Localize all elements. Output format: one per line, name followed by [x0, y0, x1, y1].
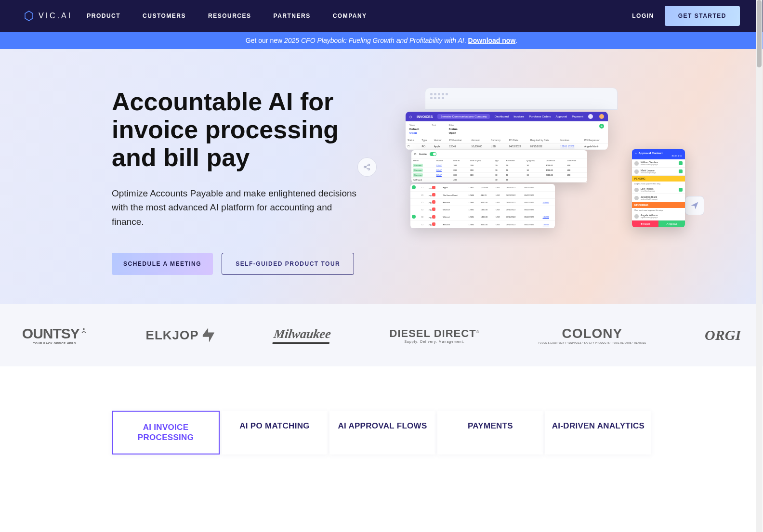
mock-pending-text: Angela must approve this step.: [632, 182, 685, 186]
page-scrollbar[interactable]: [756, 0, 763, 483]
avatar-icon: [634, 169, 639, 174]
nav-company[interactable]: COMPANY: [333, 13, 367, 19]
table-row: ☐POApple1234910,000.00USD04/15/202205/15…: [406, 143, 608, 150]
promo-banner: Get our new 2025 CFO Playbook: Fueling G…: [0, 32, 763, 49]
list-item: William Sanderswilliam.sanders@ssprog.ai: [632, 159, 685, 168]
tab-po-matching[interactable]: AI PO MATCHING: [222, 411, 328, 454]
avatar-icon: [634, 196, 639, 200]
hero-ctas: SCHEDULE A MEETING SELF-GUIDED PRODUCT T…: [112, 253, 367, 275]
logo-orgi: ORGI: [705, 327, 741, 343]
mock-filter-open: Open: [449, 131, 458, 134]
list-item: Mark Lawsonmark.lawson@ssprog.ai: [632, 168, 685, 176]
banner-period: .: [515, 37, 517, 44]
hero-section: Accountable AI for invoice processing an…: [0, 49, 763, 304]
nav-resources[interactable]: RESOURCES: [208, 13, 251, 19]
schedule-meeting-button[interactable]: SCHEDULE A MEETING: [112, 253, 213, 275]
mock-sort-label: Sort: [432, 124, 436, 127]
hex-icon: ⬡: [409, 115, 412, 118]
mock-approval-card: ← Approval ContextSmith & Co William San…: [632, 149, 685, 227]
pdf-icon: [432, 215, 435, 219]
svg-line-4: [366, 168, 368, 169]
table-row: Success139473003001010102000.00200: [411, 173, 587, 178]
hero-illustration: ⬡ INVOICES Bernstar Communications Compa…: [386, 88, 651, 275]
tab-approval-flows[interactable]: AI APPROVAL FLOWS: [329, 411, 435, 454]
mock-filter-value: Status: [449, 128, 458, 130]
table-row: Success139471001001010104000.00400: [411, 163, 587, 168]
nav-customers[interactable]: CUSTOMERS: [143, 13, 186, 19]
banner-suffix: .: [464, 37, 468, 44]
mock-filter-label: Filter: [449, 124, 458, 127]
list-item: Levi Phillipslevi.phillips@ssprog.ai: [632, 186, 685, 194]
mock-section-title: INVOICES: [417, 115, 433, 118]
mock-view-value: Default: [409, 128, 419, 130]
avatar-icon: [599, 114, 604, 119]
hero-copy: Accountable AI for invoice processing an…: [112, 88, 367, 275]
nav-links: PRODUCT CUSTOMERS RESOURCES PARTNERS COM…: [87, 13, 632, 19]
table-row: Success139472002001010104000.00400: [411, 168, 587, 173]
search-icon: [588, 114, 593, 119]
svg-point-0: [364, 166, 366, 168]
feature-tabs: AI INVOICE PROCESSING AI PO MATCHING AI …: [92, 411, 671, 454]
pdf-icon: [432, 208, 435, 211]
mock-topbar: ⬡ INVOICES Bernstar Communications Compa…: [406, 112, 608, 121]
status-dot-icon: [412, 185, 416, 189]
avatar-icon: [634, 188, 639, 192]
approve-button: ✔ Approve: [658, 221, 685, 227]
mock-invoice-table: StatusTypeVendorPO NumberAmountCurrencyP…: [406, 137, 608, 150]
table-row: ☐PO Walmart123451400.00USD04/15/202205/1…: [410, 213, 555, 221]
mock-invoice-detail: ☐Invoice StatusInvoiceItem IDItem ID (In…: [411, 150, 587, 182]
pdf-icon: [432, 186, 435, 189]
mock-menu-payment: Payment: [572, 115, 583, 118]
nav-right: LOGIN GET STARTED: [632, 6, 740, 26]
brand-logo[interactable]: VIC.AI: [23, 10, 72, 22]
mock-filter-bar: ViewDefaultOpen Sort FilterStatusOpen +: [406, 121, 608, 137]
banner-prefix: Get our new: [246, 37, 284, 44]
hero-subtitle: Optimize Accounts Payable and make enlig…: [112, 186, 362, 229]
logo-diesel: DIESEL DIRECT® Supply. Delivery. Managem…: [390, 327, 480, 343]
mock-next-bar: UP COMING: [632, 202, 685, 208]
share-icon: [357, 157, 377, 177]
mock-menu-approval: Approval: [556, 115, 567, 118]
nav-partners[interactable]: PARTNERS: [274, 13, 311, 19]
logo-ountsy: OUNTSY YOUR BACK OFFICE HERO: [22, 325, 87, 345]
top-nav: VIC.AI PRODUCT CUSTOMERS RESOURCES PARTN…: [0, 0, 763, 32]
add-icon: +: [599, 124, 604, 129]
reject-button: ✖ Reject: [632, 221, 658, 227]
table-row: ☐PO Amazon123468000.00USD04/12/202205/12…: [410, 199, 555, 206]
nav-product[interactable]: PRODUCT: [87, 13, 120, 19]
check-icon: [679, 188, 683, 192]
logo-icon: [23, 10, 35, 22]
toggle-icon: [430, 152, 436, 156]
list-item: Jonathan Blackjonathan.black@ssprog.ai: [632, 194, 685, 202]
scrollbar-thumb[interactable]: [757, 0, 762, 67]
product-tour-button[interactable]: SELF-GUIDED PRODUCT TOUR: [222, 253, 354, 275]
brand-name: VIC.AI: [39, 12, 72, 20]
customer-logos: OUNTSY YOUR BACK OFFICE HERO ELKJOP Milw…: [0, 304, 763, 366]
mock-open-value: Open: [409, 131, 419, 134]
get-started-button[interactable]: GET STARTED: [665, 6, 740, 26]
mock-invoice-app: ⬡ INVOICES Bernstar Communications Compa…: [406, 112, 608, 150]
tab-payments[interactable]: PAYMENTS: [437, 411, 543, 454]
svg-line-3: [366, 165, 368, 167]
tab-invoice-processing[interactable]: AI INVOICE PROCESSING: [112, 411, 220, 454]
check-icon: [679, 161, 683, 165]
login-link[interactable]: LOGIN: [632, 13, 654, 19]
check-icon: [679, 169, 683, 173]
mock-next-text: One must must approve this step.: [632, 208, 685, 212]
mock-menu-invoices: Invoices: [513, 115, 524, 118]
mock-menu-po: Purchase Orders: [529, 115, 551, 118]
pdf-icon: [432, 193, 435, 196]
logo-elkjop: ELKJOP: [146, 327, 215, 343]
banner-link[interactable]: Download now: [468, 37, 516, 44]
hero-title: Accountable AI for invoice processing an…: [112, 88, 367, 172]
send-icon: [685, 196, 704, 215]
avatar-icon: [634, 214, 639, 219]
mock-view-label: View: [409, 124, 419, 127]
feature-tabs-section: AI INVOICE PROCESSING AI PO MATCHING AI …: [0, 366, 763, 483]
list-item: Angela Williamsangela.williams@ssprog.ai: [632, 212, 685, 221]
mock-menu-dashboard: Dashboard: [495, 115, 509, 118]
svg-point-2: [368, 169, 370, 170]
logo-colony: COLONY TOOLS & EQUIPMENT • SUPPLIES • SA…: [538, 326, 646, 344]
tab-analytics[interactable]: AI-DRIVEN ANALYTICS: [545, 411, 651, 454]
mock-approval-sub: Smith & Co: [635, 155, 682, 157]
